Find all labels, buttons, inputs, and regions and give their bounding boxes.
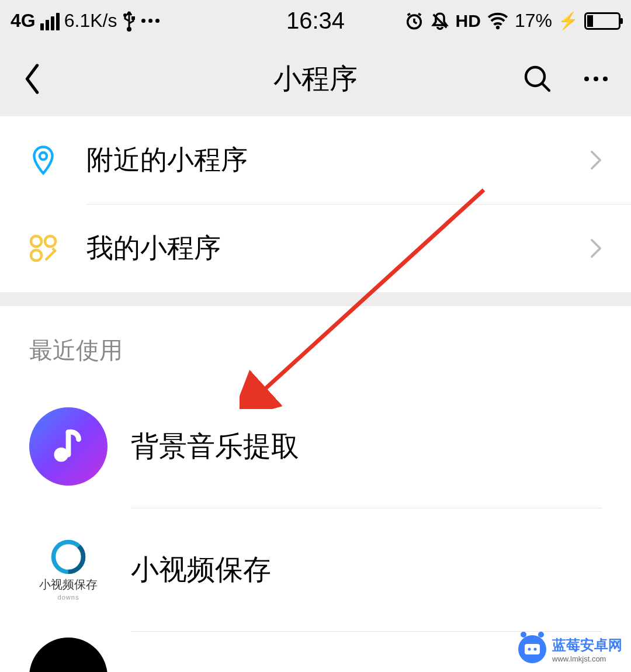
search-button[interactable] <box>523 65 552 93</box>
watermark-icon <box>518 635 546 663</box>
watermark-url: www.lmkjst.com <box>552 654 622 663</box>
icon-subtext: downs <box>58 594 79 601</box>
app-label: 背景音乐提取 <box>131 428 299 465</box>
my-label: 我的小程序 <box>86 230 590 266</box>
chevron-right-icon <box>590 150 602 171</box>
nav-menu-section: 附近的小程序 我的小程序 <box>0 116 631 292</box>
svg-point-11 <box>31 250 41 261</box>
watermark: 蓝莓安卓网 www.lmkjst.com <box>518 635 622 663</box>
my-miniprograms-item[interactable]: 我的小程序 <box>0 205 631 292</box>
more-status-icon <box>141 19 160 23</box>
svg-point-5 <box>496 25 500 29</box>
app-item-video-save[interactable]: 小视频保存 downs 小视频保存 <box>0 508 631 631</box>
back-button[interactable] <box>23 64 41 94</box>
network-speed: 6.1K/s <box>64 10 117 32</box>
battery-percent: 17% <box>515 10 552 32</box>
recent-section: 最近使用 背景音乐提取 小视频保存 downs 小视频保存 <box>0 306 631 672</box>
music-extract-icon <box>29 407 108 486</box>
nav-header: 小程序 <box>0 41 631 116</box>
section-gap <box>0 292 631 306</box>
hd-icon: HD <box>456 11 481 31</box>
svg-point-19 <box>534 648 537 651</box>
usb-icon <box>122 11 137 32</box>
mute-icon <box>430 11 450 31</box>
svg-point-10 <box>45 236 56 247</box>
more-button[interactable] <box>584 77 608 81</box>
charging-icon: ⚡ <box>558 11 578 30</box>
svg-point-14 <box>51 539 86 574</box>
svg-point-0 <box>123 13 127 17</box>
app-icon-black <box>29 638 108 672</box>
wifi-icon <box>487 12 509 30</box>
svg-point-2 <box>127 27 131 32</box>
location-icon <box>29 146 57 174</box>
svg-point-18 <box>528 648 531 651</box>
svg-point-9 <box>31 236 41 247</box>
chevron-right-icon <box>590 238 602 259</box>
status-bar: 4G 6.1K/s 16:34 HD 17% ⚡ <box>0 0 631 41</box>
nearby-miniprograms-item[interactable]: 附近的小程序 <box>0 116 631 204</box>
page-title: 小程序 <box>273 60 358 98</box>
recent-header: 最近使用 <box>0 306 631 385</box>
nearby-label: 附近的小程序 <box>86 142 590 178</box>
icon-text: 小视频保存 <box>39 577 98 593</box>
status-right: HD 17% ⚡ <box>404 10 620 32</box>
svg-rect-17 <box>525 644 540 654</box>
status-time: 16:34 <box>286 8 345 34</box>
battery-icon <box>584 12 620 30</box>
svg-point-8 <box>40 153 47 160</box>
app-label: 小视频保存 <box>131 551 271 588</box>
svg-rect-1 <box>131 16 135 20</box>
status-left: 4G 6.1K/s <box>11 10 160 32</box>
app-item-music-extract[interactable]: 背景音乐提取 <box>0 385 631 508</box>
grid-icon <box>29 234 57 262</box>
network-type: 4G <box>11 10 36 32</box>
watermark-title: 蓝莓安卓网 <box>552 636 622 654</box>
signal-icon <box>40 12 60 30</box>
video-save-icon: 小视频保存 downs <box>29 531 108 609</box>
alarm-icon <box>404 11 424 31</box>
svg-line-7 <box>542 84 549 91</box>
